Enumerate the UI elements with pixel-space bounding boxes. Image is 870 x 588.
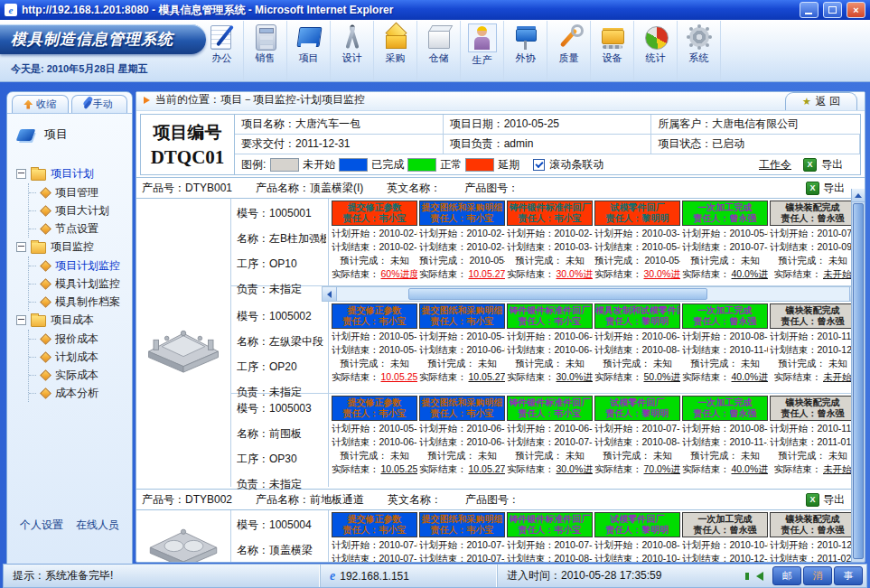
sidebar-tab[interactable]: 手动 [71, 95, 128, 113]
tree-leaf[interactable]: 报价成本 [29, 330, 130, 348]
tree-leaf[interactable]: 实际成本 [29, 366, 130, 384]
task-card[interactable]: 镶块装配完成 责任人：曾永强 计划开始：2010-11-02 计划结束：2010… [770, 303, 856, 393]
task-card[interactable]: 试模零件回厂 责任人：黎明明 计划开始：2010-08-15 计划结束：2010… [594, 512, 680, 563]
task-card[interactable]: 提交修正参数 责任人：韦小宝 计划开始：2010-05-31 计划结束：2010… [332, 396, 417, 487]
actual-finish-value[interactable]: 40.0%进度 [732, 371, 769, 382]
export-link[interactable]: 导出 [823, 492, 845, 508]
task-card[interactable]: 提交图纸和采购明细 责任人：韦小宝 计划开始：2010-02-16 计划结束：2… [419, 201, 505, 285]
task-card[interactable]: 提交修正参数 责任人：韦小宝 计划开始：2010-02-06 计划结束：2010… [332, 201, 417, 285]
task-card[interactable]: 铸件锻件标准件回厂 责任人：韦小宝 计划开始：2010-06-05 计划结束：2… [507, 303, 593, 393]
task-card[interactable]: 镶块装配完成 责任人：曾永强 计划开始：2010-07-27 计划结束：2010… [770, 201, 856, 285]
tree-node-project-cost[interactable]: 项目成本 [16, 311, 130, 330]
scroll-sync-checkbox[interactable] [533, 159, 545, 171]
status-quick-button[interactable]: 邮 [772, 566, 801, 585]
scrollbar-thumb[interactable] [408, 288, 707, 300]
actual-finish-value[interactable]: 50.0%进度 [644, 371, 681, 382]
task-card[interactable]: 提交图纸和采购明细 责任人：韦小宝 计划开始：2010-07-15 计划结束：2… [419, 512, 505, 563]
horizontal-scrollbar[interactable] [322, 286, 865, 302]
restore-button[interactable] [823, 2, 842, 18]
actual-finish-value[interactable]: 10.05.27 [469, 371, 506, 382]
tree-node-project-plan[interactable]: 项目计划 [16, 164, 130, 183]
toolbar-item[interactable]: 质量 [547, 21, 591, 80]
task-card[interactable]: 一次加工完成 责任人：曾永强 计划开始：2010-10-04 计划结束：2010… [682, 512, 768, 563]
actual-finish-value[interactable]: 10.05.25 [381, 371, 418, 382]
task-card[interactable]: 试模零件回厂 责任人：黎明明 计划开始：2010-03-19 计划结束：2010… [594, 201, 680, 285]
excel-export-icon[interactable] [806, 182, 819, 195]
scrollbar-thumb[interactable] [853, 203, 864, 559]
tree-leaf[interactable]: 节点设置 [29, 219, 130, 238]
task-card[interactable]: 铸件锻件标准件回厂 责任人：韦小宝 计划开始：2010-06-21 计划结束：2… [507, 396, 593, 487]
tree-leaf[interactable]: 成本分析 [29, 384, 130, 402]
collapse-expander-icon[interactable] [16, 169, 26, 179]
minimize-button[interactable] [800, 2, 819, 18]
task-card[interactable]: 试模零件回厂 责任人：黎明明 计划开始：2010-07-11 计划结束：2010… [594, 396, 680, 487]
sidebar-footer-link[interactable]: 在线人员 [76, 518, 119, 533]
actual-finish: 实际结束：10.05.25 [332, 369, 417, 383]
status-quick-button[interactable]: 事 [834, 566, 863, 585]
task-card[interactable]: 一次加工完成 责任人：曾永强 计划开始：2010-05-08 计划结束：2010… [682, 201, 768, 285]
toolbar-item[interactable]: 办公 [201, 21, 244, 80]
actual-finish-value[interactable]: 40.0%进度 [732, 463, 769, 474]
actual-finish-value[interactable]: 30.0%进度 [557, 371, 594, 382]
actual-finish-value[interactable]: 40.0%进度 [732, 268, 769, 279]
actual-finish-value[interactable]: 10.05.25 [381, 463, 418, 474]
toolbar-item[interactable]: 设备 [591, 21, 634, 80]
actual-finish-value[interactable]: 30.0%进度 [557, 268, 594, 279]
work-order-link[interactable]: 工作令 [759, 157, 791, 173]
toolbar-item[interactable]: 外协 [504, 21, 547, 80]
scroll-left-arrow[interactable] [323, 287, 337, 301]
tree-leaf[interactable]: 项目计划监控 [29, 257, 130, 275]
actual-finish-value[interactable]: 10.05.27 [469, 463, 506, 474]
actual-finish-value[interactable]: 未开始 [823, 371, 852, 382]
toolbar-item[interactable]: 系统 [678, 21, 721, 80]
task-card[interactable]: 铸件锻件标准件回厂 责任人：韦小宝 计划开始：2010-02-27 计划结束：2… [507, 201, 593, 285]
task-card[interactable]: 镶块装配完成 责任人：曾永强 计划开始：2010-11-18 计划结束：2011… [770, 396, 856, 487]
tree-leaf[interactable]: 模具计划监控 [29, 275, 130, 293]
collapse-expander-icon[interactable] [16, 242, 26, 252]
collapse-expander-icon[interactable] [16, 315, 26, 325]
sidebar-footer-link[interactable]: 个人设置 [20, 518, 63, 533]
back-button[interactable]: 返 回 [785, 92, 857, 110]
speaker-icon[interactable] [756, 572, 763, 581]
task-card[interactable]: 一次加工完成 责任人：曾永强 计划开始：2010-08-14 计划结束：2010… [682, 303, 768, 393]
actual-finish-value[interactable]: 未开始 [823, 268, 852, 279]
toolbar-item[interactable]: 设计 [331, 21, 374, 80]
actual-finish: 实际结束：40.0%进度 [682, 266, 768, 280]
task-card[interactable]: 一次加工完成 责任人：曾永强 计划开始：2010-08-30 计划结束：2010… [682, 396, 768, 487]
task-card[interactable]: 镶块装配完成 责任人：曾永强 计划开始：2010-12-23 计划结束：2011… [770, 512, 856, 563]
vertical-scrollbar[interactable] [851, 189, 865, 562]
tree-node-project-monitor[interactable]: 项目监控 [16, 238, 130, 257]
actual-finish-value[interactable]: 10.05.27 [469, 268, 506, 279]
actual-finish-value[interactable]: 30.0%进度 [644, 268, 681, 279]
excel-export-icon[interactable] [806, 493, 819, 507]
toolbar-item[interactable]: 采购 [374, 21, 417, 80]
toolbar-item[interactable]: 仓储 [417, 21, 461, 80]
toolbar-item[interactable]: 统计 [634, 21, 678, 80]
close-button[interactable] [847, 2, 865, 18]
actual-finish-value[interactable]: 30.0%进度 [557, 463, 594, 474]
task-card[interactable]: 提交图纸和采购明细 责任人：韦小宝 计划开始：2010-06-10 计划结束：2… [419, 396, 505, 487]
tree-leaf[interactable]: 模具制作档案 [29, 293, 130, 311]
toolbar-item[interactable]: 销售 [244, 21, 287, 80]
tree-leaf[interactable]: 项目大计划 [29, 201, 130, 219]
actual-finish-value[interactable]: 未开始 [823, 463, 852, 474]
export-link[interactable]: 导出 [821, 157, 843, 173]
task-card-header: 提交图纸和采购明细 责任人：韦小宝 [419, 201, 505, 226]
task-card[interactable]: 提交修正参数 责任人：韦小宝 计划开始：2010-05-15 计划结束：2010… [332, 303, 417, 393]
status-quick-button[interactable]: 消 [803, 566, 832, 585]
toolbar-item[interactable]: 生产 [461, 21, 504, 80]
export-link[interactable]: 导出 [823, 181, 845, 196]
task-card[interactable]: 提交修正参数 责任人：韦小宝 计划开始：2010-07-05 计划结束：2010… [332, 512, 417, 563]
task-card[interactable]: 铸件锻件标准件回厂 责任人：韦小宝 计划开始：2010-07-26 计划结束：2… [507, 512, 593, 563]
actual-finish-value[interactable]: 60%进度 [381, 268, 418, 279]
task-card[interactable]: 提交图纸和采购明细 责任人：韦小宝 计划开始：2010-05-25 计划结束：2… [419, 303, 505, 393]
toolbar-item[interactable]: 项目 [287, 21, 331, 80]
task-card[interactable]: 模具改制和试模零件回厂 责任人：黎明明 计划开始：2010-06-25 计划结束… [594, 303, 680, 393]
sidebar-tab[interactable]: 收缩 [12, 95, 69, 113]
actual-finish-value[interactable]: 70.0%进度 [644, 463, 681, 474]
tree-leaf[interactable]: 项目管理 [29, 183, 130, 201]
excel-export-icon[interactable] [803, 158, 817, 172]
tree-leaf[interactable]: 计划成本 [29, 348, 130, 366]
module-header[interactable]: 项目 [7, 114, 132, 152]
scroll-up-arrow[interactable] [852, 189, 865, 202]
